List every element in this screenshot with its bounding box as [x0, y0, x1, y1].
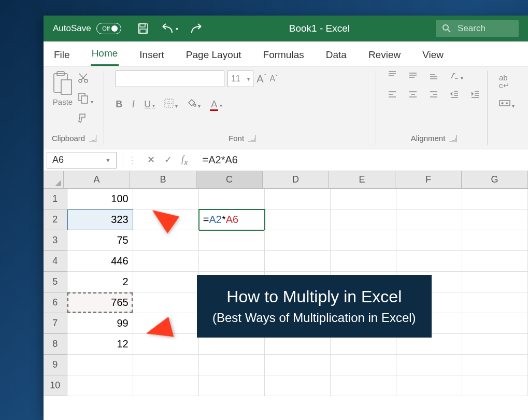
cell-A2[interactable]: 323: [67, 209, 133, 230]
col-header-C[interactable]: C: [196, 171, 263, 189]
align-left-icon[interactable]: [388, 90, 397, 102]
fill-color-button[interactable]: ▾: [187, 99, 201, 110]
cell-C10[interactable]: [199, 375, 265, 396]
col-header-F[interactable]: F: [395, 171, 462, 189]
row-header-4[interactable]: 4: [44, 251, 67, 272]
col-header-A[interactable]: A: [64, 171, 130, 189]
cell-B10[interactable]: [133, 375, 199, 396]
tab-home[interactable]: Home: [91, 43, 119, 66]
tab-insert[interactable]: Insert: [138, 44, 165, 66]
cell-G7[interactable]: [462, 313, 528, 334]
decrease-font-icon[interactable]: A˅: [270, 74, 278, 83]
cell-D9[interactable]: [265, 355, 331, 375]
col-header-G[interactable]: G: [462, 171, 528, 189]
tab-formulas[interactable]: Formulas: [262, 44, 305, 66]
formula-input[interactable]: =A2*A6: [195, 154, 528, 166]
cell-A10[interactable]: [67, 375, 133, 396]
cell-B7[interactable]: [133, 313, 199, 334]
tab-view[interactable]: View: [421, 44, 445, 66]
select-all-corner[interactable]: [44, 171, 64, 189]
cell-G2[interactable]: [462, 209, 528, 230]
redo-icon[interactable]: [190, 22, 203, 35]
underline-button[interactable]: U▾: [144, 99, 155, 110]
cut-icon[interactable]: [78, 73, 93, 86]
row-header-7[interactable]: 7: [44, 313, 67, 334]
tab-data[interactable]: Data: [325, 44, 348, 66]
cell-G3[interactable]: [462, 230, 528, 251]
cell-F2[interactable]: [396, 209, 462, 230]
row-header-9[interactable]: 9: [44, 355, 67, 375]
row-header-6[interactable]: 6: [44, 292, 67, 313]
row-header-10[interactable]: 10: [44, 375, 67, 396]
cell-C3[interactable]: [199, 230, 265, 251]
cell-B3[interactable]: [133, 230, 199, 251]
increase-font-icon[interactable]: A˄: [256, 73, 266, 85]
name-box-dropdown-icon[interactable]: ▼: [105, 157, 111, 163]
cell-A8[interactable]: 12: [67, 334, 133, 355]
cell-B4[interactable]: [133, 251, 199, 272]
increase-indent-icon[interactable]: [470, 90, 480, 102]
cell-C4[interactable]: [199, 251, 265, 272]
cell-G6[interactable]: [462, 292, 528, 313]
font-dialog-launcher[interactable]: [248, 135, 255, 142]
cell-A9[interactable]: [67, 355, 133, 375]
wrap-text-button[interactable]: abc↵: [499, 74, 510, 89]
orientation-icon[interactable]: ▾: [450, 71, 463, 82]
undo-icon[interactable]: ▾: [161, 22, 178, 35]
enter-formula-icon[interactable]: ✓: [164, 154, 172, 166]
cell-E9[interactable]: [331, 355, 396, 375]
bold-button[interactable]: B: [116, 99, 122, 110]
cell-E10[interactable]: [331, 375, 396, 396]
cell-B1[interactable]: [133, 189, 199, 209]
name-box[interactable]: A6 ▼: [47, 152, 117, 169]
row-header-8[interactable]: 8: [44, 334, 67, 355]
cell-G10[interactable]: [462, 375, 528, 396]
search-box[interactable]: Search: [436, 20, 519, 37]
decrease-indent-icon[interactable]: [450, 90, 459, 102]
cell-A4[interactable]: 446: [67, 251, 133, 272]
cell-A3[interactable]: 75: [67, 230, 133, 251]
cell-C1[interactable]: [199, 189, 265, 209]
cell-G5[interactable]: [462, 272, 528, 292]
alignment-dialog-launcher[interactable]: [449, 135, 456, 142]
cell-D10[interactable]: [265, 375, 331, 396]
cell-D2[interactable]: [265, 209, 331, 230]
row-header-3[interactable]: 3: [44, 230, 67, 251]
cell-F9[interactable]: [396, 355, 462, 375]
cell-F4[interactable]: [396, 251, 462, 272]
align-middle-icon[interactable]: [408, 71, 418, 82]
cell-E3[interactable]: [331, 230, 396, 251]
cell-G9[interactable]: [462, 355, 528, 375]
align-top-icon[interactable]: [388, 71, 397, 82]
cell-A5[interactable]: 2: [67, 272, 133, 292]
tab-review[interactable]: Review: [367, 44, 402, 66]
save-icon[interactable]: [137, 22, 149, 35]
cell-G4[interactable]: [462, 251, 528, 272]
paste-button[interactable]: Paste: [52, 71, 74, 106]
autosave-control[interactable]: AutoSave Off: [53, 23, 121, 34]
cell-F10[interactable]: [396, 375, 462, 396]
col-header-D[interactable]: D: [263, 171, 329, 189]
cell-C2[interactable]: =A2*A6: [199, 209, 265, 230]
cancel-formula-icon[interactable]: ✕: [147, 154, 155, 166]
cell-B5[interactable]: [133, 272, 199, 292]
format-painter-icon[interactable]: [78, 112, 93, 125]
row-header-5[interactable]: 5: [44, 272, 67, 292]
font-name-select[interactable]: [116, 71, 224, 87]
border-button[interactable]: ▾: [164, 99, 178, 110]
tab-file[interactable]: File: [53, 44, 71, 66]
cell-D4[interactable]: [265, 251, 331, 272]
cell-B2[interactable]: [133, 209, 199, 230]
align-center-icon[interactable]: [408, 90, 418, 102]
cell-C9[interactable]: [199, 355, 265, 375]
cell-E1[interactable]: [331, 189, 396, 209]
tab-page-layout[interactable]: Page Layout: [185, 44, 242, 66]
cell-G1[interactable]: [462, 189, 528, 209]
align-right-icon[interactable]: [429, 90, 438, 102]
autosave-toggle[interactable]: Off: [96, 23, 121, 34]
cell-E2[interactable]: [331, 209, 396, 230]
font-color-button[interactable]: A▾: [210, 99, 222, 110]
merge-center-button[interactable]: ▾: [499, 99, 515, 110]
cell-F3[interactable]: [396, 230, 462, 251]
row-header-1[interactable]: 1: [44, 189, 67, 209]
